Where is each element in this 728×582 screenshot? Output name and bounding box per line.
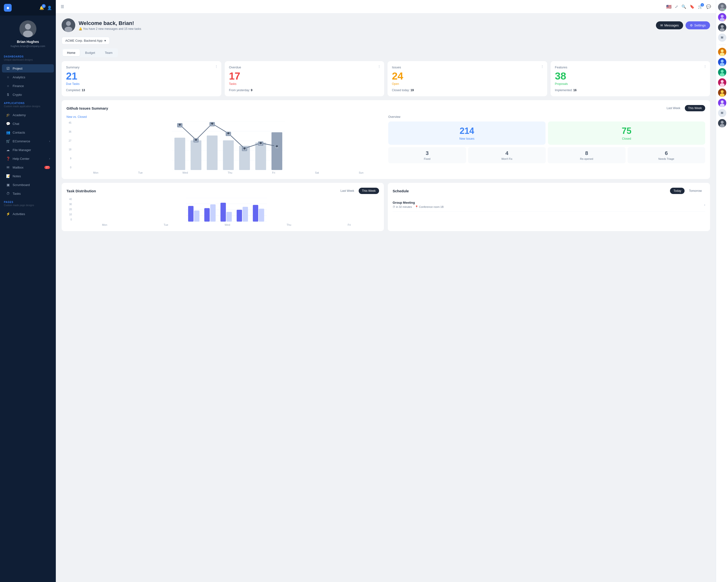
chat-icon: 💬: [6, 122, 10, 126]
github-title: Github Issues Summary: [67, 106, 108, 110]
new-issues-number: 214: [393, 126, 541, 136]
stat-card-issues-menu[interactable]: ⋮: [541, 64, 544, 68]
task-dist-header: Task Distribution Last Week This Week: [67, 188, 379, 194]
stat-features-number: 38: [555, 71, 706, 81]
schedule-header: Schedule Today Tomorrow: [393, 188, 705, 194]
task-last-week-btn[interactable]: Last Week: [337, 188, 358, 194]
svg-point-84: [720, 124, 725, 127]
svg-point-37: [243, 147, 245, 149]
hamburger-menu[interactable]: ☰: [61, 4, 64, 9]
closed-card: 75 Closed: [548, 121, 705, 145]
sidebar-item-activities[interactable]: ⚡ Activities: [2, 210, 54, 218]
sidebar-item-analytics[interactable]: ○ Analytics: [2, 73, 54, 81]
sidebar-item-finance[interactable]: ○ Finance: [2, 82, 54, 90]
task-x-labels: MonTueWedThuFri: [74, 223, 379, 226]
content-area: Welcome back, Brian! 🔔 You have 2 new me…: [56, 13, 716, 582]
svg-point-66: [720, 53, 725, 56]
right-avatar-m[interactable]: M: [718, 33, 726, 42]
chart-inner: 42 28 43 34 20 25: [73, 121, 383, 174]
today-btn[interactable]: Today: [670, 188, 684, 194]
messages-icon: ✉: [660, 24, 663, 27]
right-avatar-6[interactable]: [718, 68, 726, 76]
sidebar-logo[interactable]: ◆: [4, 4, 11, 11]
svg-rect-12: [175, 138, 185, 170]
search-icon[interactable]: 🔍: [681, 4, 686, 9]
cart-icon[interactable]: 🛒 5: [698, 4, 703, 9]
tab-budget[interactable]: Budget: [81, 49, 100, 56]
academy-icon: 🎓: [6, 113, 10, 117]
pages-subtitle: Custom made page designs: [4, 204, 52, 206]
right-avatar-3[interactable]: [718, 23, 726, 31]
sidebar-header: ◆ 🔔 3 👤: [0, 0, 56, 16]
notification-icon[interactable]: 🔔 3: [39, 6, 44, 10]
right-avatar-1[interactable]: [718, 3, 726, 11]
profile-icon[interactable]: 👤: [47, 6, 52, 10]
github-section: Github Issues Summary Last Week This Wee…: [62, 100, 710, 179]
wont-fix-num: 4: [471, 150, 543, 157]
sidebar-item-tasks[interactable]: ⏱ Tasks: [2, 189, 54, 198]
sidebar-item-chat[interactable]: 💬 Chat: [2, 119, 54, 128]
project-selector[interactable]: ACME Corp. Backend App ▾: [62, 37, 110, 45]
flag-icon[interactable]: 🇺🇸: [666, 4, 672, 9]
sidebar-item-mailbox[interactable]: ✉ Mailbox 27: [2, 163, 54, 171]
tab-home[interactable]: Home: [62, 49, 80, 56]
settings-button[interactable]: ⚙ Settings: [685, 21, 710, 29]
svg-rect-47: [204, 208, 210, 222]
github-header: Github Issues Summary Last Week This Wee…: [67, 105, 705, 111]
task-this-week-btn[interactable]: This Week: [359, 188, 379, 194]
sidebar-item-ecommerce[interactable]: 🛒 ECommerce ›: [2, 137, 54, 145]
fixed-label: Fixed: [391, 157, 463, 160]
welcome-actions: ✉ Messages ⚙ Settings: [656, 21, 710, 29]
project-icon: ☑: [6, 66, 10, 70]
stat-issues-footer: Closed today: 19: [392, 88, 543, 92]
overview-label: Overview: [388, 115, 705, 118]
right-avatar-2[interactable]: [718, 13, 726, 21]
welcome-greeting: Welcome back, Brian!: [79, 20, 141, 26]
schedule-item-arrow[interactable]: ›: [704, 203, 705, 206]
stat-card-features-menu[interactable]: ⋮: [703, 64, 707, 68]
ecommerce-icon: 🛒: [6, 139, 10, 143]
tab-team[interactable]: Team: [101, 49, 117, 56]
schedule-time: ⏱ in 32 minutes: [393, 205, 412, 209]
svg-rect-17: [255, 143, 266, 170]
bookmark-icon[interactable]: 🔖: [690, 4, 695, 9]
chat-topbar-icon[interactable]: 💬: [706, 4, 711, 9]
svg-point-39: [276, 145, 278, 147]
sidebar-item-help-center[interactable]: ❓ Help Center ›: [2, 155, 54, 163]
stat-card-summary-menu[interactable]: ⋮: [215, 64, 218, 68]
sidebar-item-academy[interactable]: 🎓 Academy: [2, 111, 54, 119]
x-labels: MonTueWedThuFriSatSun: [73, 171, 383, 174]
right-avatar-m2[interactable]: M: [718, 109, 726, 117]
schedule-item-left: Group Meeting ⏱ in 32 minutes 📍 Conferen…: [393, 201, 444, 209]
tab-group: Home Budget Team: [62, 48, 118, 57]
mailbox-icon: ✉: [6, 165, 10, 169]
stat-issues-number: 24: [392, 71, 543, 81]
sidebar-item-project[interactable]: ☑ Project: [2, 64, 54, 73]
right-avatar-5[interactable]: [718, 58, 726, 66]
notes-icon: 📝: [6, 174, 10, 178]
sidebar-item-scrumboard[interactable]: ▣ Scrumboard: [2, 181, 54, 189]
right-avatar-7[interactable]: [718, 78, 726, 87]
bottom-grid: Task Distribution Last Week This Week 40…: [62, 183, 710, 231]
right-avatar-4[interactable]: [718, 48, 726, 56]
github-last-week-btn[interactable]: Last Week: [663, 105, 683, 111]
svg-rect-45: [188, 206, 193, 221]
sidebar-item-label: Finance: [12, 84, 50, 88]
right-avatar-8[interactable]: [718, 88, 726, 97]
stat-summary-label: Due Tasks: [66, 82, 217, 86]
stat-card-issues: ⋮ Issues 24 Open Closed today: 19: [388, 61, 547, 96]
new-issues-card: 214 New Issues: [388, 121, 546, 145]
sidebar-item-notes[interactable]: 📝 Notes: [2, 172, 54, 180]
stat-card-overdue-menu[interactable]: ⋮: [378, 64, 381, 68]
tomorrow-btn[interactable]: Tomorrow: [685, 188, 705, 194]
sidebar-item-crypto[interactable]: $ Crypto: [2, 90, 54, 99]
messages-button[interactable]: ✉ Messages: [656, 21, 683, 29]
github-this-week-btn[interactable]: This Week: [685, 105, 705, 111]
right-avatar-9[interactable]: [718, 99, 726, 107]
expand-icon[interactable]: ⤢: [675, 4, 678, 9]
schedule-item-meta: ⏱ in 32 minutes 📍 Conference room 1B: [393, 205, 444, 209]
right-avatar-10[interactable]: [718, 119, 726, 127]
sidebar-item-file-manager[interactable]: ☁ File Manager: [2, 146, 54, 154]
chart-area: New vs. Closed 4536271890: [67, 115, 383, 174]
sidebar-item-contacts[interactable]: 👥 Contacts: [2, 128, 54, 137]
